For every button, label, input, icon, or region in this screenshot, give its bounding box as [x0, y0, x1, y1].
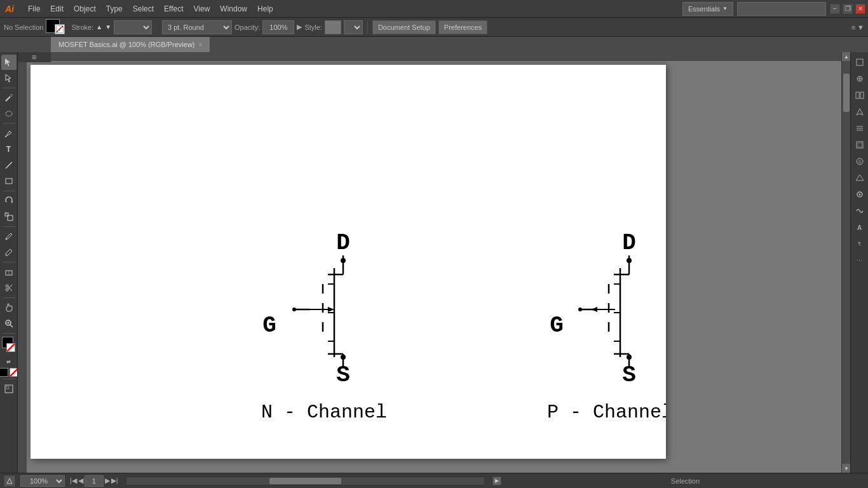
- opacity-label: Opacity:: [234, 24, 260, 31]
- stroke-up-arrow[interactable]: ▲: [96, 24, 102, 30]
- svg-rect-58: [857, 59, 863, 65]
- opacity-input[interactable]: [262, 20, 294, 34]
- menu-select[interactable]: Select: [128, 2, 159, 16]
- panel-tool-11[interactable]: A: [852, 220, 867, 235]
- left-toolbar: T: [0, 52, 18, 473]
- horizontal-ruler: [18, 52, 841, 61]
- fill-mode-normal[interactable]: [0, 368, 8, 377]
- panel-tool-7[interactable]: [852, 154, 867, 169]
- pencil-tool[interactable]: [1, 245, 17, 260]
- svg-rect-63: [860, 92, 864, 98]
- close-button[interactable]: ✕: [855, 4, 865, 14]
- menu-view[interactable]: View: [189, 2, 215, 16]
- scroll-down-button[interactable]: ▼: [842, 464, 851, 473]
- options-bar: No Selection Stroke: ▲ ▼ 3 pt. Round Opa…: [0, 18, 868, 37]
- paintbrush-tool[interactable]: [1, 229, 17, 244]
- artboard-tool[interactable]: [1, 381, 17, 396]
- panel-tool-10[interactable]: [852, 203, 867, 219]
- maximize-button[interactable]: ❐: [843, 4, 853, 14]
- panel-tool-9[interactable]: [852, 187, 867, 202]
- next-page-button[interactable]: ▶: [105, 477, 110, 485]
- panel-tool-5[interactable]: [852, 121, 867, 136]
- menu-edit[interactable]: Edit: [45, 2, 69, 16]
- preferences-button[interactable]: Preferences: [438, 20, 487, 34]
- document-tab[interactable]: MOSFET Basics.ai @ 100% (RGB/Preview) ×: [51, 37, 210, 52]
- zoom-tool[interactable]: [1, 316, 17, 331]
- selection-tool[interactable]: [1, 55, 17, 70]
- scale-tool[interactable]: [1, 209, 17, 224]
- lasso-tool[interactable]: [1, 106, 17, 121]
- style-swatch[interactable]: [325, 20, 341, 34]
- scroll-up-button[interactable]: ▲: [842, 52, 851, 61]
- document-setup-button[interactable]: Document Setup: [372, 20, 436, 34]
- panel-tool-12[interactable]: ¶: [852, 236, 867, 252]
- rotate-tool[interactable]: [1, 193, 17, 208]
- selection-label: No Selection: [4, 24, 43, 31]
- toolbar-separator-3: [3, 191, 15, 191]
- horizontal-scrollbar[interactable]: [126, 477, 485, 485]
- panel-tool-1[interactable]: [852, 55, 867, 70]
- type-icon: T: [6, 145, 11, 154]
- svg-line-2: [6, 97, 10, 101]
- zoom-select[interactable]: 100%: [20, 475, 65, 487]
- svg-rect-27: [18, 61, 27, 473]
- vertical-scrollbar[interactable]: ▲ ▼: [841, 52, 850, 473]
- svg-marker-35: [328, 307, 334, 312]
- color-tools: [0, 337, 18, 357]
- panel-tool-3[interactable]: [852, 88, 867, 103]
- swap-colors-button[interactable]: ⇄: [6, 359, 11, 365]
- panel-tool-8[interactable]: [852, 170, 867, 186]
- h-scroll-right[interactable]: ▶: [492, 477, 501, 485]
- rectangle-tool[interactable]: [1, 173, 17, 189]
- menu-type[interactable]: Type: [101, 2, 128, 16]
- pen-tool[interactable]: [1, 126, 17, 141]
- status-bar: 100% |◀ ◀ ▶ ▶| ▶ Selection: [0, 473, 868, 488]
- background-color[interactable]: [6, 343, 15, 352]
- fill-mode-controls: [0, 368, 18, 377]
- type-icon-panel: A: [857, 224, 862, 231]
- line-tool[interactable]: [1, 158, 17, 173]
- menu-help[interactable]: Help: [252, 2, 278, 16]
- magic-wand-tool[interactable]: [1, 90, 17, 105]
- style-select[interactable]: [344, 20, 363, 34]
- panel-tool-6[interactable]: [852, 137, 867, 152]
- svg-point-5: [6, 111, 12, 116]
- type-tool[interactable]: T: [1, 142, 17, 157]
- tab-close-button[interactable]: ×: [199, 41, 203, 48]
- panel-tool-4[interactable]: [852, 104, 867, 119]
- stroke-style-select[interactable]: 3 pt. Round: [162, 20, 232, 34]
- stroke-down-arrow[interactable]: ▼: [105, 24, 111, 30]
- essentials-dropdown[interactable]: Essentials ▼: [682, 2, 733, 16]
- scroll-track[interactable]: [842, 61, 850, 464]
- page-input[interactable]: [85, 475, 104, 487]
- last-page-button[interactable]: ▶|: [111, 477, 118, 485]
- paragraph-icon: ¶: [858, 241, 860, 247]
- svg-marker-3: [10, 95, 12, 97]
- hand-tool[interactable]: [1, 300, 17, 315]
- search-input[interactable]: [737, 2, 826, 16]
- panel-tool-13[interactable]: ⋯: [852, 253, 867, 268]
- scissors-tool[interactable]: [1, 280, 17, 295]
- svg-rect-68: [858, 143, 862, 147]
- opacity-unit: ▶: [297, 23, 302, 31]
- minimize-button[interactable]: −: [830, 4, 840, 14]
- scroll-thumb[interactable]: [843, 74, 850, 112]
- prev-page-button[interactable]: ◀: [78, 477, 83, 485]
- p-channel-text: P - Channel: [547, 402, 666, 423]
- stroke-width-select[interactable]: [114, 20, 152, 34]
- status-icon[interactable]: [4, 475, 15, 487]
- menu-effect[interactable]: Effect: [159, 2, 188, 16]
- canvas-area[interactable]: D G S: [18, 52, 841, 473]
- direct-selection-tool[interactable]: [1, 71, 17, 86]
- h-scroll-thumb[interactable]: [269, 478, 341, 484]
- svg-marker-1: [6, 74, 11, 82]
- menu-object[interactable]: Object: [69, 2, 101, 16]
- menu-window[interactable]: Window: [215, 2, 252, 16]
- menu-file[interactable]: File: [23, 2, 45, 16]
- toolbar-separator-6: [3, 297, 15, 298]
- arrange-icon[interactable]: ≡ ▼: [851, 24, 864, 31]
- first-page-button[interactable]: |◀: [70, 477, 77, 485]
- panel-tool-2[interactable]: [852, 71, 867, 86]
- eraser-tool[interactable]: [1, 264, 17, 280]
- fill-mode-none[interactable]: [10, 368, 18, 377]
